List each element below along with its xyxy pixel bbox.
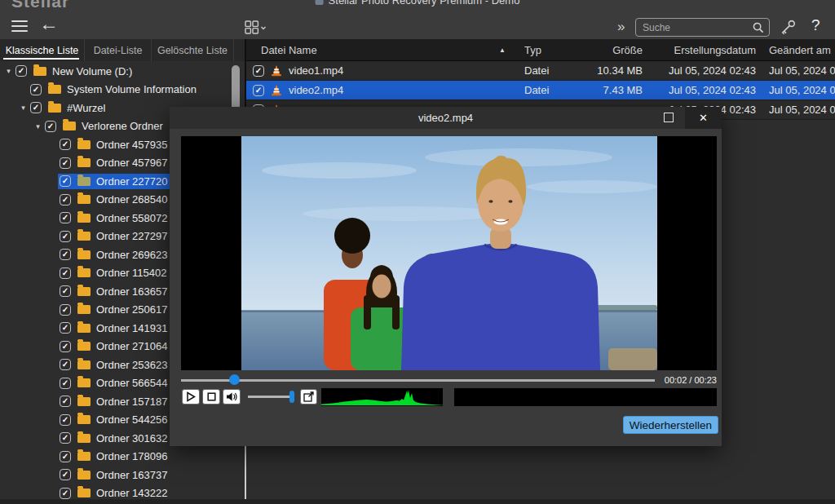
folder-icon bbox=[77, 287, 91, 296]
tree-item[interactable]: ✓ System Volume Information bbox=[0, 81, 245, 99]
column-header-name[interactable]: Datei Name ▲ bbox=[246, 44, 514, 56]
checkbox[interactable]: ✓ bbox=[253, 65, 264, 77]
stellar-logo: Stellar bbox=[11, 0, 69, 11]
tree-item-label: Ordner 227720 bbox=[96, 175, 167, 188]
checkbox[interactable]: ✓ bbox=[60, 175, 71, 187]
tree-item-label: Ordner 253623 bbox=[96, 359, 167, 371]
checkbox[interactable]: ✓ bbox=[45, 121, 56, 132]
checkbox[interactable]: ✓ bbox=[30, 102, 42, 113]
tree-item-label: Ordner 157187 bbox=[96, 396, 167, 408]
checkbox[interactable]: ✓ bbox=[60, 341, 71, 352]
column-header-erstellungsdatum[interactable]: Erstellungsdatum bbox=[650, 44, 762, 56]
restore-button[interactable]: Wiederherstellen bbox=[623, 416, 718, 434]
checkbox[interactable]: ✓ bbox=[60, 414, 71, 426]
tree-item-label: Ordner 566544 bbox=[96, 377, 167, 389]
tree-item-label: Ordner 271064 bbox=[96, 340, 167, 352]
checkbox[interactable]: ✓ bbox=[60, 285, 71, 297]
seek-track[interactable] bbox=[181, 379, 655, 382]
open-external-button[interactable] bbox=[300, 389, 317, 405]
checkbox[interactable]: ✓ bbox=[60, 469, 71, 480]
column-header-groesse[interactable]: Größe bbox=[581, 44, 650, 56]
column-header-geaendert[interactable]: Geändert am bbox=[762, 44, 835, 56]
tree-item-label: New Volume (D:) bbox=[52, 65, 132, 77]
checkbox[interactable]: ✓ bbox=[60, 212, 71, 223]
checkbox[interactable]: ✓ bbox=[60, 139, 71, 150]
list-tabs: Klassische Liste Datei-Liste Gelöschte L… bbox=[0, 39, 245, 61]
play-button[interactable] bbox=[182, 389, 200, 405]
checkbox[interactable]: ✓ bbox=[60, 231, 71, 242]
folder-icon bbox=[77, 324, 91, 333]
help-icon[interactable]: ? bbox=[811, 16, 820, 34]
checkbox[interactable]: ✓ bbox=[30, 84, 42, 95]
stop-button[interactable] bbox=[202, 389, 220, 405]
checkbox[interactable]: ✓ bbox=[60, 378, 71, 389]
expander-icon[interactable]: ▾ bbox=[3, 67, 14, 75]
checkbox[interactable]: ✓ bbox=[60, 249, 71, 260]
tree-item-label: Ordner 457935 bbox=[96, 139, 167, 151]
audio-waveform-right bbox=[454, 388, 717, 406]
column-header-typ[interactable]: Typ bbox=[514, 44, 581, 56]
sort-ascending-icon[interactable]: ▲ bbox=[499, 46, 506, 54]
folder-icon bbox=[77, 232, 91, 241]
play-icon bbox=[184, 391, 197, 403]
folder-icon bbox=[77, 397, 91, 406]
back-arrow-icon[interactable]: ← bbox=[39, 14, 59, 33]
video-frame-group-photo bbox=[241, 136, 657, 370]
hamburger-menu-icon[interactable] bbox=[11, 20, 28, 32]
folder-icon bbox=[77, 268, 91, 277]
tab-datei-liste[interactable]: Datei-Liste bbox=[85, 39, 152, 61]
tree-item-label: Ordner 227297 bbox=[96, 230, 167, 242]
expander-icon[interactable]: ▾ bbox=[33, 122, 43, 130]
tree-item-label: Ordner 163657 bbox=[96, 285, 167, 298]
checkbox[interactable]: ✓ bbox=[60, 451, 71, 462]
file-type: Datei bbox=[514, 84, 581, 96]
tab-geloeschte-liste[interactable]: Gelöschte Liste bbox=[152, 39, 234, 61]
folder-icon bbox=[77, 415, 91, 424]
vlc-cone-icon bbox=[271, 84, 282, 96]
table-row[interactable]: ✓ video2.mp4 Datei 7.43 MB Jul 05, 2024 … bbox=[246, 81, 835, 100]
tree-item-label: Ordner 163737 bbox=[96, 469, 167, 481]
window-bottom-edge bbox=[0, 499, 835, 504]
checkbox[interactable]: ✓ bbox=[60, 488, 71, 499]
view-grid-icon[interactable] bbox=[245, 20, 269, 34]
volume-track[interactable] bbox=[248, 396, 294, 398]
file-type: Datei bbox=[514, 64, 581, 77]
close-icon[interactable]: ✕ bbox=[685, 107, 722, 129]
activation-key-icon[interactable] bbox=[779, 19, 797, 36]
tree-item-label: Ordner 250617 bbox=[96, 303, 167, 316]
file-modified-date: Jul 05, 2024 02:43 bbox=[762, 104, 835, 116]
file-size: 10.34 MB bbox=[581, 64, 650, 77]
tree-item-label: #Wurzel bbox=[67, 102, 105, 114]
checkbox[interactable]: ✓ bbox=[60, 304, 71, 316]
checkbox[interactable]: ✓ bbox=[60, 157, 71, 169]
tree-item[interactable]: ✓ Ordner 163737 bbox=[0, 466, 245, 484]
checkbox[interactable]: ✓ bbox=[60, 359, 71, 370]
checkbox[interactable]: ✓ bbox=[15, 65, 27, 77]
search-box[interactable] bbox=[635, 18, 770, 37]
file-name: video1.mp4 bbox=[289, 64, 343, 77]
tree-item[interactable]: ▾ ✓ New Volume (D:) bbox=[0, 62, 245, 81]
tree-item-label: System Volume Information bbox=[67, 83, 197, 95]
expander-icon[interactable]: ▾ bbox=[18, 104, 29, 112]
checkbox[interactable]: ✓ bbox=[60, 267, 71, 279]
tab-klassische-liste[interactable]: Klassische Liste bbox=[0, 39, 85, 61]
checkbox[interactable]: ✓ bbox=[60, 194, 71, 206]
checkbox[interactable]: ✓ bbox=[60, 322, 71, 334]
expand-toolbar-icon[interactable]: » bbox=[617, 19, 625, 35]
checkbox[interactable]: ✓ bbox=[60, 396, 71, 407]
folder-icon bbox=[77, 342, 91, 351]
table-row[interactable]: ✓ video1.mp4 Datei 10.34 MB Jul 05, 2024… bbox=[246, 61, 835, 81]
checkbox[interactable]: ✓ bbox=[253, 85, 264, 96]
volume-button[interactable] bbox=[223, 389, 241, 405]
tree-item[interactable]: ✓ Ordner 178096 bbox=[0, 448, 245, 466]
speaker-icon bbox=[225, 391, 238, 403]
volume-thumb[interactable] bbox=[289, 391, 294, 403]
tree-item-label: Verlorene Ordner bbox=[82, 120, 163, 132]
search-input[interactable] bbox=[641, 20, 747, 35]
checkbox[interactable]: ✓ bbox=[60, 432, 71, 444]
folder-icon bbox=[48, 85, 61, 94]
player-controls bbox=[181, 388, 717, 406]
folder-icon bbox=[77, 214, 91, 223]
maximize-icon[interactable] bbox=[664, 113, 674, 122]
seek-thumb[interactable] bbox=[229, 374, 240, 385]
